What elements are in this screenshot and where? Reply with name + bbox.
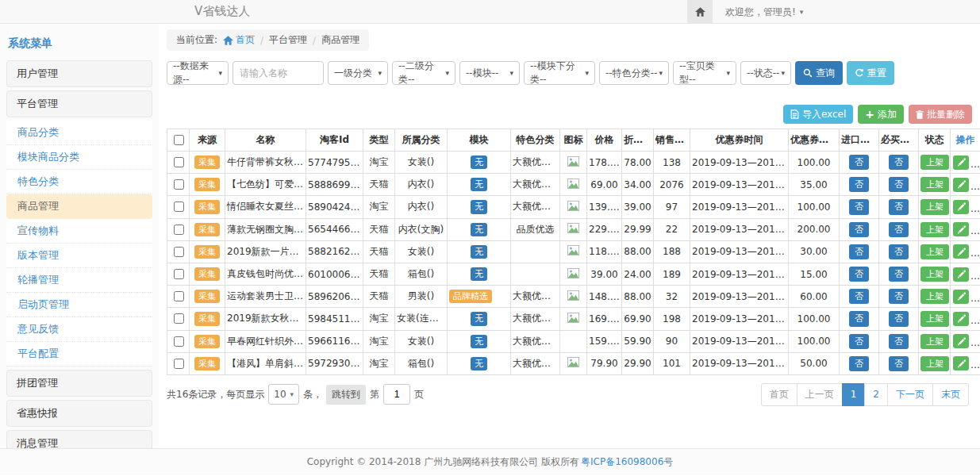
import-choice-toggle[interactable]: 否 [849,222,869,237]
must-buy-toggle[interactable]: 否 [889,334,909,349]
page-number-button[interactable]: 2 [864,383,888,406]
import-choice-toggle[interactable]: 否 [849,244,869,259]
user-menu[interactable]: 欢迎您，管理员! ▾ [725,6,803,19]
per-page-select[interactable]: 10 ▾ [268,384,299,405]
import-choice-toggle[interactable]: 否 [849,155,869,170]
row-edit-button[interactable] [953,290,969,304]
sidebar-item[interactable]: 拼团管理 [6,370,152,397]
import-choice-toggle[interactable]: 否 [849,267,869,282]
add-button[interactable]: + 添加 [858,105,904,124]
status-badge[interactable]: 上架 [920,222,949,237]
import-choice-toggle[interactable]: 否 [849,311,869,326]
must-buy-toggle[interactable]: 否 [889,177,909,192]
import-choice-toggle[interactable]: 否 [849,199,869,214]
filter-select-value: --二级分类-- [398,60,445,86]
row-checkbox[interactable] [174,247,184,257]
filter-select[interactable]: --宝贝类型--▾ [673,61,736,85]
import-choice-toggle[interactable]: 否 [849,356,869,371]
row-checkbox[interactable] [174,336,184,347]
sidebar-item-platform[interactable]: 平台管理 [6,90,152,117]
must-buy-toggle[interactable]: 否 [889,267,909,282]
next-page-button[interactable]: 下一页 [887,383,933,406]
import-choice-toggle[interactable]: 否 [849,177,869,192]
import-excel-button[interactable]: 导入excel [783,105,853,124]
jump-page-input[interactable] [383,384,410,405]
must-buy-toggle[interactable]: 否 [889,222,909,237]
status-badge[interactable]: 上架 [920,244,949,259]
row-edit-button[interactable] [953,155,969,170]
breadcrumb-item-platform[interactable]: 平台管理 [269,33,307,47]
icp-link[interactable]: 粤ICP备16098006号 [581,455,673,469]
must-buy-toggle[interactable]: 否 [889,199,909,214]
select-all-checkbox[interactable] [174,135,184,145]
filter-select[interactable]: --数据来源--▾ [167,61,229,85]
must-buy-toggle[interactable]: 否 [889,289,909,304]
last-page-button[interactable]: 末页 [932,383,969,406]
row-edit-button[interactable] [953,356,969,370]
must-buy-toggle[interactable]: 否 [889,356,909,371]
filter-select[interactable]: --二级分类--▾ [392,61,455,85]
row-checkbox[interactable] [174,359,184,369]
filter-select[interactable]: 一级分类▾ [328,61,388,85]
sidebar-subitem[interactable]: 宣传物料 [6,219,152,244]
must-buy-toggle[interactable]: 否 [889,311,909,326]
row-edit-button[interactable] [953,267,969,282]
sidebar-subitem[interactable]: 模块商品分类 [6,145,152,170]
filter-select[interactable]: --模块下分类--▾ [524,61,595,85]
row-checkbox[interactable] [174,157,184,167]
page-number-button[interactable]: 1 [842,383,866,406]
source-badge: 采集 [194,335,220,348]
sidebar-subitem[interactable]: 平台配置 [6,342,152,367]
row-checkbox[interactable] [174,202,184,212]
sidebar-subitem[interactable]: 启动页管理 [6,293,152,317]
status-badge[interactable]: 上架 [920,199,949,214]
import-choice-toggle[interactable]: 否 [849,334,869,349]
breadcrumb-item-goods[interactable]: 商品管理 [321,33,359,47]
row-edit-button[interactable] [953,312,969,326]
row-edit-button[interactable] [953,200,969,214]
filter-select[interactable]: --特色分类--▾ [599,61,669,85]
sidebar-item[interactable]: 消息管理 [6,430,152,448]
row-checkbox[interactable] [174,291,184,301]
status-badge[interactable]: 上架 [920,311,949,326]
status-badge[interactable]: 上架 [920,155,949,170]
feature-category: 大额优惠券 [511,286,560,308]
jump-button[interactable]: 跳转到 [326,385,366,405]
search-button[interactable]: 查询 [795,61,843,85]
row-checkbox-cell [167,152,190,174]
status-badge[interactable]: 上架 [920,177,949,192]
status-badge[interactable]: 上架 [920,289,949,304]
row-edit-button[interactable] [953,334,969,348]
status-badge[interactable]: 上架 [920,334,949,349]
filter-select[interactable]: --模块--▾ [459,61,520,85]
name-search-input[interactable] [233,61,324,85]
status-badge[interactable]: 上架 [920,267,949,282]
row-checkbox[interactable] [174,269,184,279]
sidebar-subitem[interactable]: 版本管理 [6,244,152,268]
row-checkbox[interactable] [174,313,184,324]
sidebar-subitem[interactable]: 特色分类 [6,170,152,194]
reset-button[interactable]: 重置 [847,61,894,85]
first-page-button[interactable]: 首页 [761,383,797,406]
must-buy-toggle[interactable]: 否 [889,155,909,170]
row-edit-button[interactable] [953,244,969,259]
sidebar-item-users[interactable]: 用户管理 [6,60,152,87]
status-badge[interactable]: 上架 [920,356,949,371]
row-edit-button[interactable] [953,178,969,192]
import-choice-toggle[interactable]: 否 [849,289,869,304]
row-edit-button[interactable] [953,222,969,236]
prev-page-button[interactable]: 上一页 [797,383,843,406]
home-button[interactable] [687,0,713,24]
row-checkbox[interactable] [174,225,184,235]
sidebar-subitem[interactable]: 商品管理 [6,194,152,219]
sidebar-subitem[interactable]: 意见反馈 [6,317,152,342]
sidebar-subitem[interactable]: 轮播管理 [6,268,152,293]
sidebar-item[interactable]: 省惠快报 [6,400,152,427]
sales-count: 101 [654,352,690,374]
batch-delete-button[interactable]: 批量删除 [909,105,972,124]
must-buy-toggle[interactable]: 否 [889,244,909,259]
breadcrumb-home-link[interactable]: 首页 [223,33,255,47]
row-checkbox[interactable] [174,179,184,190]
sidebar-subitem[interactable]: 商品分类 [6,121,152,145]
filter-select[interactable]: --状态--▾ [740,61,791,85]
